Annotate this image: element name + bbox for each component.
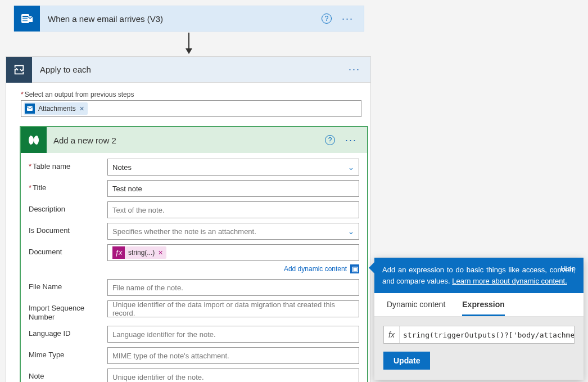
attachments-token[interactable]: Attachments ✕ bbox=[24, 102, 88, 115]
help-icon[interactable]: ? bbox=[322, 14, 332, 24]
flow-arrow bbox=[13, 33, 364, 55]
update-button[interactable]: Update bbox=[383, 352, 430, 370]
field-label-description: Description bbox=[29, 201, 107, 214]
add-new-row-card: Add a new row 2 ? ··· *Table name Notes … bbox=[20, 126, 368, 382]
more-icon[interactable]: ··· bbox=[349, 64, 360, 75]
add-dynamic-content-link[interactable]: Add dynamic content bbox=[284, 265, 347, 273]
tab-dynamic-content[interactable]: Dynamic content bbox=[387, 293, 445, 316]
trigger-card[interactable]: When a new email arrives (V3) ? ··· bbox=[13, 6, 364, 32]
field-label-document: Document bbox=[29, 244, 107, 257]
title-input[interactable]: Test note bbox=[107, 180, 359, 197]
description-input[interactable]: Text of the note. bbox=[107, 201, 359, 218]
more-icon[interactable]: ··· bbox=[345, 134, 357, 146]
mime-type-input[interactable]: MIME type of the note's attachment. bbox=[107, 347, 359, 364]
chevron-down-icon: ⌄ bbox=[348, 163, 354, 172]
expression-input[interactable]: fx string(triggerOutputs()?['body/attach… bbox=[383, 326, 575, 344]
remove-token-icon[interactable]: ✕ bbox=[79, 105, 84, 113]
import-seq-input[interactable]: Unique identifier of the data import or … bbox=[107, 300, 359, 317]
svg-rect-2 bbox=[22, 18, 28, 19]
learn-more-link[interactable]: Learn more about dynamic content. bbox=[452, 277, 567, 285]
trigger-title: When a new email arrives (V3) bbox=[40, 14, 322, 24]
lang-id-input[interactable]: Language identifier for the note. bbox=[107, 326, 359, 343]
output-label: *Select an output from previous steps bbox=[21, 91, 364, 98]
field-label-lang-id: Language ID bbox=[29, 326, 107, 338]
svg-rect-1 bbox=[22, 16, 28, 17]
popout-arrow bbox=[369, 262, 374, 273]
field-label-is-document: Is Document bbox=[29, 223, 107, 235]
more-icon[interactable]: ··· bbox=[342, 13, 354, 25]
help-icon[interactable]: ? bbox=[325, 135, 335, 145]
expression-popout: Hide Add an expression to do basic thing… bbox=[374, 258, 584, 380]
is-document-select[interactable]: Specifies whether the note is an attachm… bbox=[107, 223, 359, 240]
svg-marker-5 bbox=[186, 48, 192, 54]
file-name-input[interactable]: File name of the note. bbox=[107, 279, 359, 296]
fx-icon: ƒx bbox=[112, 246, 125, 259]
note-input[interactable]: Unique identifier of the note. bbox=[107, 368, 359, 382]
svg-rect-3 bbox=[22, 20, 28, 21]
field-label-import-seq: Import Sequence Number bbox=[29, 300, 107, 321]
field-label-table-name: *Table name bbox=[29, 159, 107, 171]
hide-button[interactable]: Hide bbox=[560, 263, 576, 275]
loop-title: Apply to each bbox=[32, 65, 349, 74]
field-label-file-name: File Name bbox=[29, 279, 107, 291]
field-label-note: Note bbox=[29, 368, 107, 381]
dv-title: Add a new row 2 bbox=[47, 136, 325, 145]
dataverse-icon bbox=[21, 127, 47, 153]
tab-expression[interactable]: Expression bbox=[462, 293, 504, 316]
outlook-mini-icon bbox=[25, 104, 35, 114]
remove-token-icon[interactable]: ✕ bbox=[158, 249, 163, 257]
popout-tabs: Dynamic content Expression bbox=[374, 293, 584, 317]
field-label-mime-type: Mime Type bbox=[29, 347, 107, 359]
table-name-select[interactable]: Notes ⌄ bbox=[107, 159, 359, 176]
expression-chip[interactable]: ƒx string(...) ✕ bbox=[112, 246, 166, 259]
popout-banner: Hide Add an expression to do basic thing… bbox=[374, 258, 584, 293]
chevron-down-icon: ⌄ bbox=[348, 227, 354, 236]
fx-label-icon: fx bbox=[384, 326, 400, 343]
document-input[interactable]: ƒx string(...) ✕ bbox=[107, 244, 359, 261]
expression-text[interactable]: string(triggerOutputs()?['body/attachmen… bbox=[400, 331, 574, 339]
dv-header[interactable]: Add a new row 2 ? ··· bbox=[21, 127, 367, 153]
loop-icon bbox=[6, 57, 32, 83]
loop-header[interactable]: Apply to each ··· bbox=[6, 57, 370, 83]
output-from-previous-steps-input[interactable]: Attachments ✕ bbox=[21, 100, 361, 117]
field-label-title: *Title bbox=[29, 180, 107, 192]
outlook-icon bbox=[14, 6, 40, 32]
collapse-icon[interactable]: ▣ bbox=[350, 264, 359, 273]
apply-to-each-card: Apply to each ··· *Select an output from… bbox=[6, 56, 371, 382]
